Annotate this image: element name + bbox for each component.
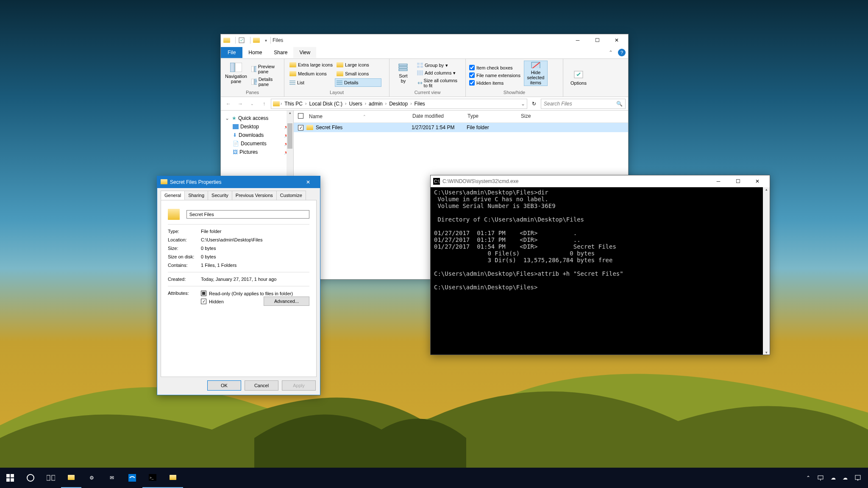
sort-by-button[interactable]: Sort by	[393, 61, 414, 86]
column-date[interactable]: Date modified	[408, 111, 463, 122]
folder-icon	[252, 36, 261, 44]
properties-quick-icon[interactable]	[237, 36, 246, 44]
breadcrumb[interactable]: › This PC› Local Disk (C:)› Users› admin…	[271, 99, 527, 109]
dialog-titlebar[interactable]: Secret Files Properties ✕	[157, 176, 320, 188]
breadcrumb-segment[interactable]: Files	[413, 100, 427, 108]
breadcrumb-segment[interactable]: admin	[367, 100, 384, 108]
svg-rect-23	[419, 70, 421, 75]
layout-list[interactable]: List	[288, 78, 334, 87]
svg-rect-5	[251, 79, 254, 85]
tab-previous-versions[interactable]: Previous Versions	[232, 191, 277, 200]
select-all-checkbox[interactable]	[298, 113, 303, 119]
maximize-button[interactable]: ☐	[587, 34, 607, 46]
sidebar-pictures[interactable]: 🖼Pictures📌	[223, 148, 292, 156]
task-view-button[interactable]	[41, 468, 61, 488]
sidebar-downloads[interactable]: ⬇Downloads📌	[223, 131, 292, 139]
recent-dropdown-icon[interactable]: ⌄	[247, 99, 257, 109]
minimize-button[interactable]: ─	[568, 34, 587, 46]
dialog-tabs: General Sharing Security Previous Versio…	[157, 188, 320, 200]
breadcrumb-segment[interactable]: This PC	[283, 100, 304, 108]
layout-large[interactable]: Large icons	[335, 61, 381, 69]
taskbar-explorer[interactable]	[61, 468, 81, 488]
cmd-close-button[interactable]: ✕	[748, 175, 767, 187]
contains-value: 1 Files, 1 Folders	[201, 263, 309, 268]
tab-share[interactable]: Share	[268, 47, 293, 58]
sidebar-quick-access[interactable]: ⌄★Quick access	[223, 114, 292, 122]
start-button[interactable]	[0, 468, 20, 488]
hidden-items-toggle[interactable]: Hidden items	[469, 80, 520, 86]
up-button[interactable]: ↑	[259, 99, 269, 109]
taskbar-mail[interactable]: ✉	[102, 468, 122, 488]
layout-small[interactable]: Small icons	[335, 69, 381, 78]
cancel-button[interactable]: Cancel	[245, 380, 278, 391]
size-columns-button[interactable]: Size all columns to fit	[415, 77, 462, 89]
tab-view[interactable]: View	[293, 47, 316, 58]
cortana-button[interactable]	[20, 468, 41, 488]
file-extensions-toggle[interactable]: File name extensions	[469, 72, 520, 78]
explorer-titlebar[interactable]: ▾ Files ─ ☐ ✕	[221, 34, 628, 46]
readonly-checkbox[interactable]: Read-only (Only applies to files in fold…	[201, 291, 309, 296]
breadcrumb-segment[interactable]: Desktop	[387, 100, 409, 108]
column-type[interactable]: Type	[463, 111, 517, 122]
qat-dropdown-icon[interactable]: ▾	[263, 38, 269, 43]
sidebar-desktop[interactable]: Desktop📌	[223, 122, 292, 131]
file-date: 1/27/2017 1:54 PM	[412, 125, 467, 130]
file-row[interactable]: Secret Files 1/27/2017 1:54 PM File fold…	[294, 123, 628, 132]
column-name[interactable]: Name⌃	[305, 111, 408, 122]
search-input[interactable]: 🔍	[541, 99, 626, 109]
preview-pane-button[interactable]: Preview pane	[250, 63, 281, 75]
navigation-pane-button[interactable]: Navigation pane	[224, 61, 248, 86]
layout-medium[interactable]: Medium icons	[288, 69, 334, 78]
cmd-icon: C:\	[433, 178, 440, 185]
ok-button[interactable]: OK	[207, 380, 241, 391]
apply-button[interactable]: Apply	[282, 380, 316, 391]
advanced-button[interactable]: Advanced...	[264, 297, 309, 306]
column-size[interactable]: Size	[517, 111, 553, 122]
help-icon[interactable]: ?	[618, 49, 626, 56]
layout-details[interactable]: Details	[335, 78, 381, 87]
item-checkboxes-toggle[interactable]: Item check boxes	[469, 64, 520, 71]
breadcrumb-dropdown-icon[interactable]: ⌄	[521, 101, 525, 107]
sidebar-documents[interactable]: 📄Documents📌	[223, 139, 292, 148]
size-on-disk-value: 0 bytes	[201, 254, 309, 259]
details-pane-button[interactable]: Details pane	[250, 76, 281, 88]
tray-chevron-icon[interactable]: ⌃	[803, 468, 814, 488]
breadcrumb-segment[interactable]: Users	[347, 100, 364, 108]
breadcrumb-segment[interactable]: Local Disk (C:)	[307, 100, 344, 108]
forward-button[interactable]: →	[235, 99, 245, 109]
svg-rect-15	[399, 64, 407, 66]
cmd-titlebar[interactable]: C:\ C:\WINDOWS\system32\cmd.exe ─ ☐ ✕	[431, 175, 770, 187]
hide-selected-button[interactable]: Hide selected items	[524, 61, 548, 86]
tray-onedrive-icon[interactable]: ☁	[827, 468, 839, 488]
taskbar-explorer-2[interactable]	[163, 468, 183, 488]
tab-sharing[interactable]: Sharing	[184, 191, 208, 200]
cmd-minimize-button[interactable]: ─	[709, 175, 728, 187]
back-button[interactable]: ←	[223, 99, 234, 109]
folder-name-input[interactable]	[186, 210, 309, 219]
cmd-output[interactable]: C:\Users\admin\Desktop\Files>dir Volume …	[431, 187, 770, 355]
taskbar-cmd[interactable]: >_	[142, 468, 163, 488]
close-button[interactable]: ✕	[607, 34, 626, 46]
tab-security[interactable]: Security	[208, 191, 232, 200]
ribbon-collapse-icon[interactable]: ⌃	[606, 50, 615, 55]
row-checkbox[interactable]	[298, 125, 303, 130]
options-button[interactable]: Options	[567, 61, 590, 95]
tray-network-icon[interactable]	[814, 468, 827, 488]
group-by-button[interactable]: Group by ▾	[415, 62, 462, 69]
add-columns-button[interactable]: Add columns ▾	[415, 69, 462, 77]
tab-general[interactable]: General	[161, 191, 185, 200]
layout-extra-large[interactable]: Extra large icons	[288, 61, 334, 69]
tray-volume-icon[interactable]: ☁	[839, 468, 851, 488]
taskbar-edge[interactable]	[122, 468, 142, 488]
tab-customize[interactable]: Customize	[276, 191, 306, 200]
tab-file[interactable]: File	[221, 47, 242, 58]
search-field[interactable]	[544, 101, 616, 107]
taskbar-settings[interactable]: ⚙	[81, 468, 102, 488]
refresh-button[interactable]: ↻	[529, 99, 539, 109]
cmd-maximize-button[interactable]: ☐	[728, 175, 748, 187]
cmd-scrollbar[interactable]: ▴ ▾	[763, 187, 770, 355]
tray-notifications-icon[interactable]	[851, 468, 865, 488]
svg-rect-33	[11, 478, 14, 482]
tab-home[interactable]: Home	[242, 47, 268, 58]
dialog-close-button[interactable]: ✕	[300, 176, 317, 188]
